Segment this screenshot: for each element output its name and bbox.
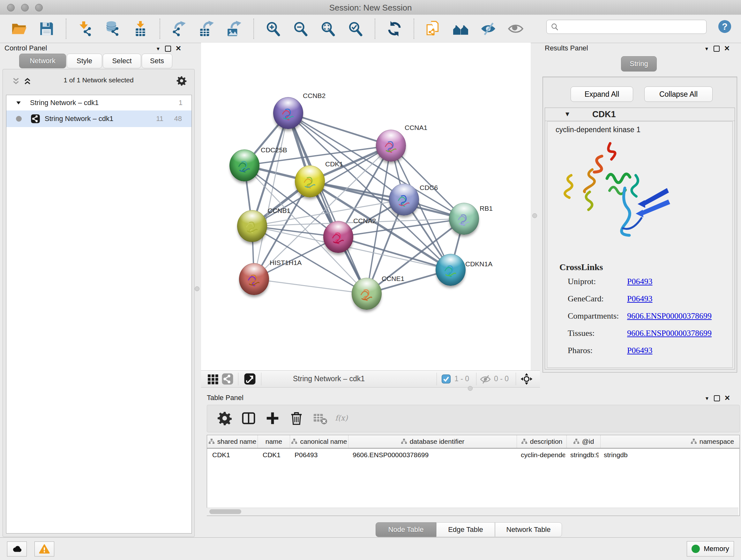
scrollbar-thumb[interactable] <box>209 509 241 514</box>
column-header-name[interactable]: name <box>258 435 290 448</box>
section-collapse-icon[interactable]: ▼ <box>564 111 570 118</box>
network-node-RB1[interactable] <box>449 203 479 235</box>
zoom-selected-button[interactable] <box>347 20 364 38</box>
network-canvas[interactable]: CCNB2 CCNA1 CDC25B CDK1 CDC6 RB1 CCNB1 C… <box>201 43 531 370</box>
tab-edge-table[interactable]: Edge Table <box>436 522 495 537</box>
search-input[interactable] <box>561 21 706 33</box>
import-network-from-file-button[interactable] <box>77 20 94 38</box>
zoom-fit-content-button[interactable] <box>320 20 336 38</box>
network-options-gear-icon[interactable] <box>177 76 187 86</box>
crosshair-icon[interactable] <box>520 373 533 385</box>
edge-CCNB2-CCNE1[interactable] <box>288 113 367 294</box>
save-session-button[interactable] <box>38 20 55 38</box>
network-node-CDC6[interactable] <box>389 184 419 215</box>
crosslink-link[interactable]: P06493 <box>627 346 652 355</box>
crosslink-link[interactable]: 9606.ENSP00000378699 <box>627 311 712 321</box>
table-cell[interactable]: P06493 <box>289 451 347 459</box>
clone-network-button[interactable] <box>425 20 442 38</box>
tab-network[interactable]: Network <box>19 54 66 68</box>
network-node-CDKN1A[interactable] <box>435 254 466 286</box>
edge-CCNB2-CCNA1[interactable] <box>288 113 391 145</box>
crosslink-link[interactable]: P06493 <box>627 277 652 287</box>
zoom-out-button[interactable] <box>292 20 309 38</box>
results-collapse-icon[interactable]: ▼ <box>704 46 709 51</box>
network-collection-row[interactable]: String Network – cdk1 1 <box>6 95 192 111</box>
gene-section-header[interactable]: ▼ CDK1 <box>545 108 735 121</box>
edge-HIST1H1A-CCNE1[interactable] <box>254 279 367 294</box>
table-float-icon[interactable] <box>714 395 720 401</box>
crosslink-link[interactable]: P06493 <box>627 294 652 304</box>
left-splitter-handle[interactable] <box>195 287 199 291</box>
panel-float-icon[interactable] <box>165 46 171 52</box>
results-float-icon[interactable] <box>714 46 720 52</box>
help-button[interactable]: ? <box>718 19 732 34</box>
column-header-description[interactable]: description <box>517 435 567 448</box>
results-close-icon[interactable]: ✕ <box>724 44 730 53</box>
network-node-CDC25B[interactable] <box>229 149 259 181</box>
create-column-icon[interactable] <box>265 411 280 426</box>
apply-preferred-layout-button[interactable] <box>386 20 403 38</box>
table-header-row: shared namenamecanonical namedatabase id… <box>207 435 739 449</box>
collapse-all-button[interactable]: Collapse All <box>644 86 713 102</box>
table-cell[interactable]: stringdb <box>599 451 740 459</box>
tab-select[interactable]: Select <box>103 54 141 68</box>
edge-CCNB2-HIST1H1A[interactable] <box>254 113 288 279</box>
right-splitter-handle[interactable] <box>532 213 537 218</box>
panel-close-icon[interactable]: ✕ <box>176 44 181 53</box>
panel-collapse-icon[interactable]: ▼ <box>156 46 160 51</box>
export-table-button[interactable] <box>199 20 215 38</box>
network-badge-icon[interactable] <box>221 373 233 385</box>
network-node-CDK1[interactable] <box>295 165 325 197</box>
import-table-from-file-button[interactable] <box>132 20 149 38</box>
crosslink-link[interactable]: 9606.ENSP00000378699 <box>627 328 712 338</box>
table-collapse-icon[interactable]: ▼ <box>704 395 710 401</box>
column-header-sharedname[interactable]: shared name <box>207 435 258 448</box>
table-cell[interactable]: 9606.ENSP00000378699 <box>347 451 516 459</box>
cloud-status-button[interactable] <box>7 542 27 557</box>
tab-style[interactable]: Style <box>67 54 102 68</box>
network-node-CCNB1[interactable] <box>237 210 267 242</box>
open-session-button[interactable] <box>11 20 27 38</box>
hidden-items-eye-slash-icon[interactable] <box>480 374 491 385</box>
table-horizontal-scrollbar[interactable] <box>207 508 738 516</box>
network-node-CCNB2[interactable] <box>273 97 303 129</box>
column-header-id[interactable]: @id <box>567 435 601 448</box>
grid-view-icon[interactable] <box>207 373 219 385</box>
table-cell[interactable]: cyclin-dependent ... <box>516 451 565 459</box>
bottom-splitter-handle[interactable] <box>468 386 473 391</box>
show-columns-icon[interactable] <box>241 411 256 426</box>
column-header-namespace[interactable]: namespace <box>601 435 740 448</box>
network-node-CCNA1[interactable] <box>376 130 406 162</box>
table-cell[interactable]: stringdb:9... <box>565 451 599 459</box>
expand-all-button[interactable]: Expand All <box>570 86 633 102</box>
first-neighbors-button[interactable] <box>453 20 469 38</box>
zoom-in-button[interactable] <box>265 20 281 38</box>
table-cell[interactable]: CDK1 <box>258 451 289 459</box>
tab-node-table[interactable]: Node Table <box>376 522 436 537</box>
network-row-selected[interactable]: String Network – cdk1 11 48 <box>6 111 192 127</box>
collection-expand-icon[interactable] <box>15 100 22 106</box>
column-header-databaseidentifier[interactable]: database identifier <box>348 435 517 448</box>
delete-column-icon[interactable] <box>289 411 304 426</box>
network-node-CCNA2[interactable] <box>323 221 353 253</box>
birdseye-view-icon[interactable] <box>244 373 256 385</box>
warnings-button[interactable] <box>35 542 54 557</box>
export-image-button[interactable] <box>226 20 243 38</box>
table-close-icon[interactable]: ✕ <box>724 394 730 402</box>
import-network-from-database-button[interactable] <box>105 20 121 38</box>
table-row[interactable]: CDK1CDK1P064939606.ENSP00000378699cyclin… <box>207 449 739 461</box>
tab-network-table[interactable]: Network Table <box>495 522 562 537</box>
table-cell[interactable]: CDK1 <box>207 451 258 459</box>
network-node-CCNE1[interactable] <box>352 278 382 310</box>
tab-sets[interactable]: Sets <box>142 54 172 68</box>
hide-graphics-details-button[interactable] <box>480 20 496 38</box>
column-header-canonicalname[interactable]: canonical name <box>290 435 348 448</box>
selected-nodes-checkbox-icon[interactable] <box>441 374 451 384</box>
export-network-button[interactable] <box>171 20 188 38</box>
table-settings-gear-icon[interactable] <box>217 411 232 426</box>
show-graphics-details-button[interactable] <box>508 20 524 38</box>
network-node-HIST1H1A[interactable] <box>239 263 269 295</box>
node-table[interactable]: shared namenamecanonical namedatabase id… <box>207 435 740 516</box>
tab-string[interactable]: String <box>621 56 657 71</box>
memory-button[interactable]: Memory <box>687 541 734 557</box>
